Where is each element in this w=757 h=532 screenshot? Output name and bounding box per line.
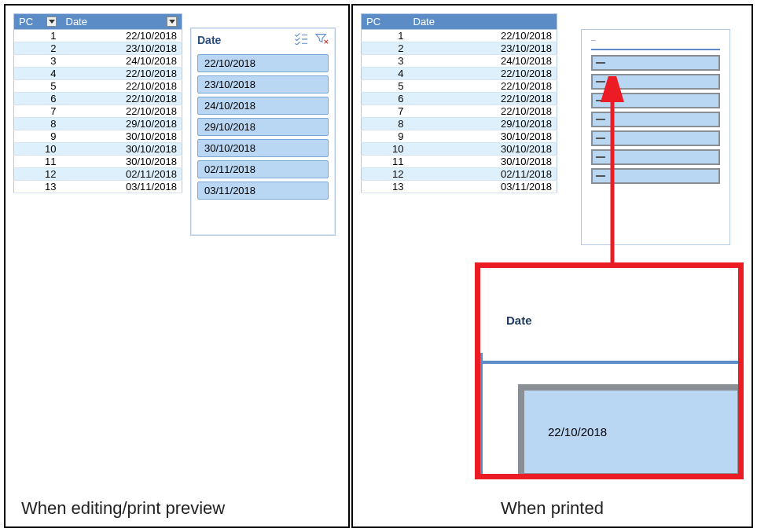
data-table-editing: PC Date 122/10/2018223/10/2018324/10/201…	[13, 13, 182, 193]
zoom-inset: Date 22/10/2018	[475, 262, 744, 479]
table-row[interactable]: 223/10/2018	[362, 42, 557, 55]
zoom-slicer-title: Date	[506, 314, 532, 327]
multiselect-icon[interactable]	[294, 32, 308, 47]
table-row[interactable]: 622/10/2018	[14, 93, 182, 105]
table-row[interactable]: 1130/10/2018	[362, 156, 557, 168]
printed-slicer-item	[591, 112, 720, 127]
data-table-printed: PC Date 122/10/2018223/10/2018324/10/201…	[361, 13, 557, 193]
table-row[interactable]: 122/10/2018	[14, 30, 182, 42]
table-row[interactable]: 122/10/2018	[362, 30, 557, 42]
printed-slicer-item	[591, 93, 720, 108]
table-row[interactable]: 1130/10/2018	[14, 156, 182, 168]
table-row[interactable]: 522/10/2018	[14, 80, 182, 93]
table-row[interactable]: 1202/11/2018	[14, 168, 182, 181]
slicer-date[interactable]: Date 22/10/201823/10/201824/10/201829/10…	[190, 28, 336, 236]
table-row[interactable]: 722/10/2018	[362, 105, 557, 118]
slicer-header: Date	[191, 28, 335, 51]
table-body-printed: 122/10/2018223/10/2018324/10/2018422/10/…	[362, 30, 557, 193]
printed-slicer-item	[591, 168, 720, 184]
table-row[interactable]: 422/10/2018	[362, 68, 557, 80]
table-row[interactable]: 223/10/2018	[14, 42, 182, 55]
printed-slicer-title: —	[591, 38, 720, 44]
slicer-item[interactable]: 29/10/2018	[197, 118, 329, 136]
table-row[interactable]: 930/10/2018	[14, 130, 182, 143]
slicer-item[interactable]: 02/11/2018	[197, 160, 329, 178]
col-header-date-print: Date	[409, 14, 557, 30]
printed-pane: PC Date 122/10/2018223/10/2018324/10/201…	[351, 4, 753, 528]
slicer-item[interactable]: 03/11/2018	[197, 182, 329, 200]
editing-pane: PC Date 122/10/2018223/10/2018324/10/201…	[4, 4, 350, 528]
table-row[interactable]: 622/10/2018	[362, 93, 557, 105]
printed-slicer-item	[591, 55, 720, 71]
table-row[interactable]: 324/10/2018	[14, 55, 182, 68]
table-row[interactable]: 324/10/2018	[362, 55, 557, 68]
slicer-item[interactable]: 24/10/2018	[197, 97, 329, 115]
table-row[interactable]: 1030/10/2018	[14, 143, 182, 156]
printed-slicer-item	[591, 130, 720, 146]
col-header-date[interactable]: Date	[61, 14, 182, 30]
filter-dropdown-icon[interactable]	[46, 17, 57, 27]
printed-slicer-thumbnail: —	[581, 29, 730, 245]
caption-printed: When printed	[353, 498, 751, 519]
printed-slicer-item	[591, 74, 720, 90]
table-row[interactable]: 522/10/2018	[362, 80, 557, 93]
table-row[interactable]: 930/10/2018	[362, 130, 557, 143]
printed-slicer-item	[591, 149, 720, 165]
table-row[interactable]: 829/10/2018	[14, 118, 182, 130]
zoom-slicer-first-item: 22/10/2018	[518, 384, 744, 479]
table-row[interactable]: 722/10/2018	[14, 105, 182, 118]
table-row[interactable]: 1202/11/2018	[362, 168, 557, 181]
col-header-pc[interactable]: PC	[14, 14, 61, 30]
table-body-editing: 122/10/2018223/10/2018324/10/2018422/10/…	[14, 30, 182, 193]
table-row[interactable]: 1030/10/2018	[362, 143, 557, 156]
filter-dropdown-icon[interactable]	[167, 17, 177, 27]
slicer-item[interactable]: 23/10/2018	[197, 75, 329, 94]
printed-slicer-rows	[591, 55, 720, 184]
table-row[interactable]: 1303/11/2018	[14, 181, 182, 193]
col-header-pc-print: PC	[362, 14, 409, 30]
slicer-body: 22/10/201823/10/201824/10/201829/10/2018…	[191, 51, 335, 206]
table-row[interactable]: 829/10/2018	[362, 118, 557, 130]
slicer-item[interactable]: 22/10/2018	[197, 54, 329, 72]
table-row[interactable]: 422/10/2018	[14, 68, 182, 80]
caption-editing: When editing/print preview	[21, 498, 225, 519]
slicer-title: Date	[197, 34, 221, 46]
slicer-item[interactable]: 30/10/2018	[197, 139, 329, 157]
table-row[interactable]: 1303/11/2018	[362, 181, 557, 193]
clear-filter-icon[interactable]	[314, 32, 329, 47]
